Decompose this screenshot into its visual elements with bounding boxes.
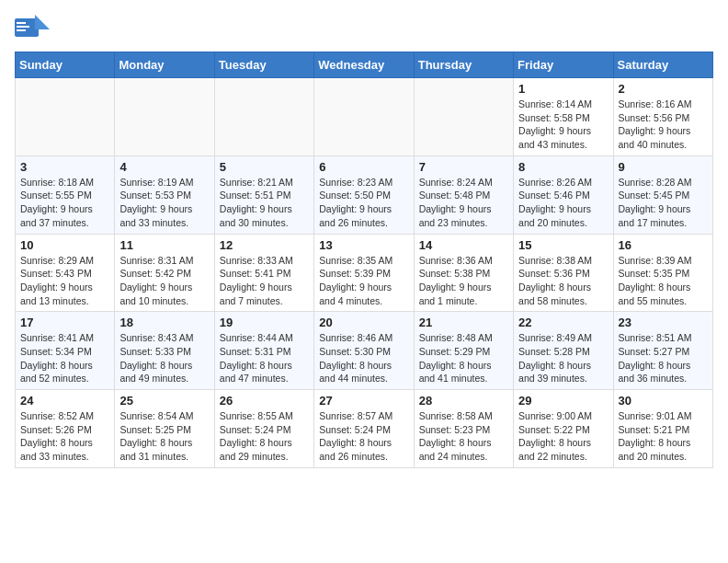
day-info: Sunrise: 8:41 AMSunset: 5:34 PMDaylight:… <box>20 331 109 385</box>
day-info: Sunrise: 8:29 AMSunset: 5:43 PMDaylight:… <box>20 254 109 308</box>
day-info: Sunrise: 8:33 AMSunset: 5:41 PMDaylight:… <box>220 254 309 308</box>
weekday-header-saturday: Saturday <box>613 52 712 78</box>
day-info: Sunrise: 8:38 AMSunset: 5:36 PMDaylight:… <box>518 254 608 308</box>
calendar-cell: 9Sunrise: 8:28 AMSunset: 5:45 PMDaylight… <box>613 155 712 234</box>
calendar-cell: 23Sunrise: 8:51 AMSunset: 5:27 PMDayligh… <box>613 312 712 390</box>
calendar-cell: 7Sunrise: 8:24 AMSunset: 5:48 PMDaylight… <box>414 155 513 234</box>
calendar-cell: 10Sunrise: 8:29 AMSunset: 5:43 PMDayligh… <box>16 234 115 312</box>
calendar-week-3: 10Sunrise: 8:29 AMSunset: 5:43 PMDayligh… <box>16 234 713 312</box>
day-number: 11 <box>119 238 209 252</box>
calendar-cell: 13Sunrise: 8:35 AMSunset: 5:39 PMDayligh… <box>314 234 414 312</box>
svg-marker-1 <box>35 15 50 29</box>
weekday-header-sunday: Sunday <box>16 52 115 78</box>
calendar-cell: 26Sunrise: 8:55 AMSunset: 5:24 PMDayligh… <box>214 390 313 468</box>
day-number: 27 <box>319 394 408 408</box>
day-number: 23 <box>619 316 708 329</box>
day-info: Sunrise: 9:00 AMSunset: 5:22 PMDaylight:… <box>518 409 608 464</box>
day-number: 14 <box>419 238 508 252</box>
day-info: Sunrise: 8:26 AMSunset: 5:46 PMDaylight:… <box>518 176 608 230</box>
day-number: 22 <box>518 316 608 329</box>
day-info: Sunrise: 8:51 AMSunset: 5:27 PMDaylight:… <box>619 331 708 385</box>
weekday-header-friday: Friday <box>514 52 613 78</box>
day-number: 8 <box>518 160 608 174</box>
calendar-cell: 29Sunrise: 9:00 AMSunset: 5:22 PMDayligh… <box>514 390 613 468</box>
svg-rect-3 <box>17 26 29 28</box>
day-info: Sunrise: 8:58 AMSunset: 5:23 PMDaylight:… <box>419 409 508 464</box>
day-info: Sunrise: 8:31 AMSunset: 5:42 PMDaylight:… <box>119 254 209 308</box>
calendar-week-2: 3Sunrise: 8:18 AMSunset: 5:55 PMDaylight… <box>16 155 713 234</box>
calendar-cell: 15Sunrise: 8:38 AMSunset: 5:36 PMDayligh… <box>514 234 613 312</box>
day-info: Sunrise: 8:19 AMSunset: 5:53 PMDaylight:… <box>119 176 209 230</box>
calendar-cell: 6Sunrise: 8:23 AMSunset: 5:50 PMDaylight… <box>314 155 414 234</box>
day-number: 21 <box>419 316 508 329</box>
day-number: 12 <box>220 238 309 252</box>
day-number: 7 <box>419 160 508 174</box>
calendar-cell: 14Sunrise: 8:36 AMSunset: 5:38 PMDayligh… <box>414 234 513 312</box>
calendar-week-1: 1Sunrise: 8:14 AMSunset: 5:58 PMDaylight… <box>16 78 713 156</box>
day-number: 13 <box>319 238 408 252</box>
day-number: 5 <box>220 160 309 174</box>
logo-icon <box>15 15 50 44</box>
calendar-cell: 24Sunrise: 8:52 AMSunset: 5:26 PMDayligh… <box>16 390 115 468</box>
day-info: Sunrise: 8:48 AMSunset: 5:29 PMDaylight:… <box>419 331 508 385</box>
weekday-header-tuesday: Tuesday <box>214 52 313 78</box>
day-number: 26 <box>220 394 309 408</box>
weekday-header-thursday: Thursday <box>414 52 513 78</box>
day-number: 9 <box>619 160 708 174</box>
calendar-cell: 12Sunrise: 8:33 AMSunset: 5:41 PMDayligh… <box>214 234 313 312</box>
calendar-cell <box>214 78 313 156</box>
day-number: 30 <box>619 394 708 408</box>
calendar-week-5: 24Sunrise: 8:52 AMSunset: 5:26 PMDayligh… <box>16 390 713 468</box>
weekday-header-wednesday: Wednesday <box>314 52 414 78</box>
day-info: Sunrise: 8:54 AMSunset: 5:25 PMDaylight:… <box>119 409 209 464</box>
svg-rect-4 <box>17 29 26 31</box>
calendar-cell: 25Sunrise: 8:54 AMSunset: 5:25 PMDayligh… <box>115 390 214 468</box>
calendar-header-row: SundayMondayTuesdayWednesdayThursdayFrid… <box>16 52 713 78</box>
header <box>15 15 713 44</box>
calendar-cell: 30Sunrise: 9:01 AMSunset: 5:21 PMDayligh… <box>613 390 712 468</box>
calendar-week-4: 17Sunrise: 8:41 AMSunset: 5:34 PMDayligh… <box>16 312 713 390</box>
svg-rect-2 <box>17 22 26 24</box>
day-number: 15 <box>518 238 608 252</box>
day-number: 1 <box>518 82 608 96</box>
day-number: 17 <box>20 316 109 329</box>
calendar-cell: 2Sunrise: 8:16 AMSunset: 5:56 PMDaylight… <box>613 78 712 156</box>
day-info: Sunrise: 8:49 AMSunset: 5:28 PMDaylight:… <box>518 331 608 385</box>
calendar-cell: 4Sunrise: 8:19 AMSunset: 5:53 PMDaylight… <box>115 155 214 234</box>
calendar-cell: 11Sunrise: 8:31 AMSunset: 5:42 PMDayligh… <box>115 234 214 312</box>
day-number: 18 <box>119 316 209 329</box>
day-info: Sunrise: 8:24 AMSunset: 5:48 PMDaylight:… <box>419 176 508 230</box>
calendar-cell: 21Sunrise: 8:48 AMSunset: 5:29 PMDayligh… <box>414 312 513 390</box>
day-info: Sunrise: 8:43 AMSunset: 5:33 PMDaylight:… <box>119 331 209 385</box>
day-info: Sunrise: 8:23 AMSunset: 5:50 PMDaylight:… <box>319 176 408 230</box>
day-info: Sunrise: 9:01 AMSunset: 5:21 PMDaylight:… <box>619 409 708 464</box>
calendar-cell <box>16 78 115 156</box>
calendar-cell <box>414 78 513 156</box>
logo <box>15 15 55 44</box>
day-number: 6 <box>319 160 408 174</box>
calendar-cell: 19Sunrise: 8:44 AMSunset: 5:31 PMDayligh… <box>214 312 313 390</box>
weekday-header-monday: Monday <box>115 52 214 78</box>
calendar-cell: 28Sunrise: 8:58 AMSunset: 5:23 PMDayligh… <box>414 390 513 468</box>
calendar-cell: 5Sunrise: 8:21 AMSunset: 5:51 PMDaylight… <box>214 155 313 234</box>
day-info: Sunrise: 8:39 AMSunset: 5:35 PMDaylight:… <box>619 254 708 308</box>
day-number: 25 <box>119 394 209 408</box>
calendar-cell <box>115 78 214 156</box>
day-number: 2 <box>619 82 708 96</box>
day-number: 4 <box>119 160 209 174</box>
calendar-cell: 3Sunrise: 8:18 AMSunset: 5:55 PMDaylight… <box>16 155 115 234</box>
calendar-cell: 1Sunrise: 8:14 AMSunset: 5:58 PMDaylight… <box>514 78 613 156</box>
calendar-cell: 18Sunrise: 8:43 AMSunset: 5:33 PMDayligh… <box>115 312 214 390</box>
day-number: 10 <box>20 238 109 252</box>
calendar-cell: 27Sunrise: 8:57 AMSunset: 5:24 PMDayligh… <box>314 390 414 468</box>
day-info: Sunrise: 8:28 AMSunset: 5:45 PMDaylight:… <box>619 176 708 230</box>
day-number: 24 <box>20 394 109 408</box>
calendar-cell: 20Sunrise: 8:46 AMSunset: 5:30 PMDayligh… <box>314 312 414 390</box>
calendar-cell <box>314 78 414 156</box>
day-info: Sunrise: 8:18 AMSunset: 5:55 PMDaylight:… <box>20 176 109 230</box>
day-number: 29 <box>518 394 608 408</box>
day-info: Sunrise: 8:35 AMSunset: 5:39 PMDaylight:… <box>319 254 408 308</box>
day-number: 28 <box>419 394 508 408</box>
day-number: 3 <box>20 160 109 174</box>
day-info: Sunrise: 8:14 AMSunset: 5:58 PMDaylight:… <box>518 98 608 152</box>
